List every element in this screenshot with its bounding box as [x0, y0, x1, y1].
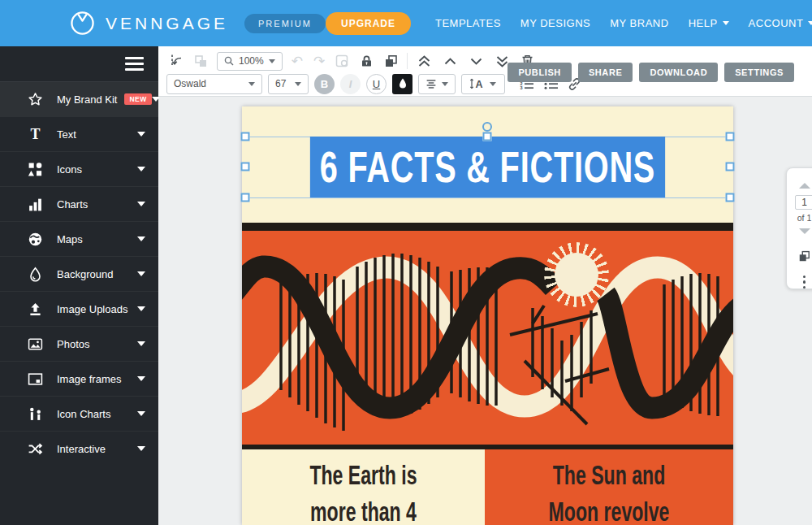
zoom-level-value: 100% — [239, 55, 264, 67]
sidebar-item-icons[interactable]: Icons — [0, 151, 158, 186]
fact-panel-right[interactable]: The Sun and Moon revolve — [485, 449, 733, 525]
venngage-logo[interactable]: VENNGAGE PREMIUM — [70, 11, 326, 36]
caret-down-icon — [248, 82, 255, 89]
italic-button[interactable]: I — [340, 74, 361, 94]
upload-icon — [28, 302, 43, 317]
text-icon: T — [28, 127, 43, 142]
caret-down-icon — [152, 97, 160, 106]
sidebar-item-maps[interactable]: Maps — [0, 221, 158, 256]
frame-icon — [28, 371, 43, 387]
fact-right-line1[interactable]: The Sun and — [522, 457, 696, 493]
publish-button[interactable]: PUBLISH — [508, 63, 571, 82]
nav-templates[interactable]: TEMPLATES — [435, 17, 501, 29]
caret-down-icon — [490, 82, 496, 89]
caret-down-icon — [137, 306, 145, 315]
resize-handle-bottom-right[interactable] — [726, 193, 735, 202]
selection-box-bottom-edge — [245, 197, 730, 198]
page-options-icon[interactable] — [803, 276, 806, 289]
fact-panel-left[interactable]: The Earth is more than 4 — [242, 449, 485, 525]
group-icon — [192, 51, 209, 71]
caret-down-icon — [137, 236, 145, 245]
lock-icon[interactable] — [358, 51, 375, 71]
main-nav: TEMPLATES MY DESIGNS MY BRAND HELP ACCOU… — [435, 17, 812, 29]
resize-handle-bottom-left[interactable] — [241, 193, 250, 202]
rotate-handle[interactable] — [482, 122, 492, 132]
design-canvas[interactable]: 6 FACTS & FICTIONS — [242, 106, 733, 525]
snap-guides-icon[interactable] — [166, 51, 185, 71]
duplicate-icon[interactable] — [382, 51, 400, 71]
nav-my-brand[interactable]: MY BRAND — [610, 17, 668, 29]
sidebar-item-icon-charts[interactable]: Icon Charts — [0, 396, 158, 431]
bold-button[interactable]: B — [314, 74, 335, 94]
mask-icon — [334, 51, 351, 71]
star-icon — [28, 92, 43, 107]
caret-down-icon — [137, 411, 145, 420]
facts-section: The Earth is more than 4 The Sun and Moo… — [242, 449, 733, 525]
divider — [407, 53, 408, 69]
sidebar-item-background[interactable]: Background — [0, 256, 158, 291]
sidebar-collapse-button[interactable] — [0, 46, 158, 81]
bring-to-front-icon[interactable] — [415, 51, 434, 71]
caret-down-icon — [442, 82, 448, 89]
page-number-input[interactable] — [795, 195, 812, 210]
infographic-title[interactable]: 6 FACTS & FICTIONS — [310, 137, 665, 197]
underline-button[interactable]: U — [366, 74, 387, 94]
premium-badge: PREMIUM — [244, 14, 326, 33]
page-down-icon[interactable] — [799, 228, 810, 240]
shuffle-icon — [28, 441, 43, 457]
nav-help[interactable]: HELP — [689, 17, 729, 29]
document-actions: PUBLISH SHARE DOWNLOAD SETTINGS — [508, 63, 794, 82]
resize-handle-mid-left[interactable] — [241, 163, 250, 171]
caret-down-icon — [137, 341, 145, 350]
resize-handle-top-center[interactable] — [483, 132, 492, 141]
new-badge: NEW — [124, 93, 151, 105]
divider-bar — [242, 223, 733, 231]
bring-forward-icon[interactable] — [441, 51, 460, 71]
hamburger-icon — [125, 57, 144, 71]
text-align-dropdown[interactable] — [418, 74, 456, 94]
fact-right-line2[interactable]: Moon revolve — [522, 493, 696, 525]
resize-handle-top-left[interactable] — [241, 132, 250, 141]
caret-down-icon — [137, 167, 145, 176]
title-text-element[interactable]: 6 FACTS & FICTIONS — [242, 137, 733, 197]
zoom-level-dropdown[interactable]: 100% — [217, 52, 283, 71]
upgrade-button[interactable]: UPGRADE — [326, 12, 411, 35]
page-up-icon[interactable] — [799, 177, 810, 189]
design-workspace: 6 FACTS & FICTIONS — [158, 97, 812, 525]
venngage-editor: VENNGAGE PREMIUM UPGRADE TEMPLATES MY DE… — [0, 0, 812, 525]
fact-left-line2[interactable]: more than 4 — [279, 493, 448, 525]
sidebar-item-text[interactable]: T Text — [0, 116, 158, 151]
redo-icon: ↷ — [312, 51, 326, 71]
starburst-icon — [544, 242, 609, 307]
sidebar-item-photos[interactable]: Photos — [0, 326, 158, 361]
letter-spacing-dropdown[interactable]: A — [461, 74, 505, 94]
globe-icon — [28, 232, 43, 247]
duplicate-page-icon[interactable] — [798, 250, 810, 266]
fact-left-line1[interactable]: The Earth is — [279, 457, 448, 493]
title-section: 6 FACTS & FICTIONS — [242, 106, 733, 223]
text-color-button[interactable] — [392, 74, 412, 94]
nav-account[interactable]: ACCOUNT — [749, 17, 812, 29]
sidebar-item-image-uploads[interactable]: Image Uploads — [0, 291, 158, 326]
settings-button[interactable]: SETTINGS — [724, 63, 794, 82]
caret-down-icon — [269, 59, 275, 67]
brand-name: VENNGAGE — [106, 14, 228, 33]
sidebar-item-charts[interactable]: Charts — [0, 186, 158, 221]
resize-handle-top-right[interactable] — [726, 132, 735, 141]
droplet-icon — [28, 267, 43, 282]
download-button[interactable]: DOWNLOAD — [639, 63, 718, 82]
font-size-value: 67 — [275, 78, 290, 89]
caret-down-icon — [137, 202, 145, 210]
sidebar-item-my-brand-kit[interactable]: My Brand Kit NEW — [0, 81, 158, 116]
sidebar-item-image-frames[interactable]: Image frames — [0, 361, 158, 396]
nav-my-designs[interactable]: MY DESIGNS — [520, 17, 590, 29]
letter-spacing-icon: A — [469, 77, 485, 90]
font-size-dropdown[interactable]: 67 — [268, 74, 309, 94]
share-button[interactable]: SHARE — [578, 63, 633, 82]
sidebar-item-interactive[interactable]: Interactive — [0, 431, 158, 466]
dna-illustration[interactable] — [242, 231, 733, 445]
send-backward-icon[interactable] — [467, 51, 486, 71]
font-family-dropdown[interactable]: Oswald — [166, 74, 262, 94]
resize-handle-mid-right[interactable] — [726, 163, 735, 171]
top-header: VENNGAGE PREMIUM UPGRADE TEMPLATES MY DE… — [0, 0, 812, 46]
